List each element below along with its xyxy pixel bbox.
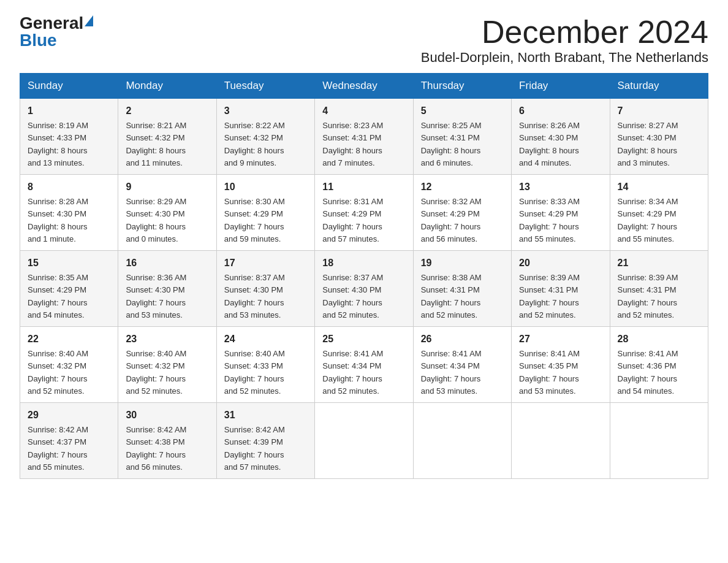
day-number: 18 xyxy=(322,256,405,270)
day-header-tuesday: Tuesday xyxy=(216,74,314,99)
logo: General Blue xyxy=(20,15,93,49)
day-number: 4 xyxy=(322,104,405,118)
day-info: Sunrise: 8:41 AM Sunset: 4:35 PM Dayligh… xyxy=(519,349,580,396)
week-row-4: 22Sunrise: 8:40 AM Sunset: 4:32 PM Dayli… xyxy=(20,327,708,403)
day-cell: 25Sunrise: 8:41 AM Sunset: 4:34 PM Dayli… xyxy=(315,327,413,403)
day-cell: 21Sunrise: 8:39 AM Sunset: 4:31 PM Dayli… xyxy=(610,251,708,327)
day-number: 25 xyxy=(322,332,405,347)
location-title: Budel-Dorplein, North Brabant, The Nethe… xyxy=(421,50,708,66)
day-number: 19 xyxy=(421,256,504,270)
day-number: 5 xyxy=(421,104,504,118)
day-cell xyxy=(512,403,610,479)
day-number: 11 xyxy=(322,180,405,194)
day-number: 29 xyxy=(28,408,110,423)
week-row-2: 8Sunrise: 8:28 AM Sunset: 4:30 PM Daylig… xyxy=(20,175,708,251)
day-header-monday: Monday xyxy=(118,74,216,99)
day-cell: 11Sunrise: 8:31 AM Sunset: 4:29 PM Dayli… xyxy=(315,175,413,251)
day-info: Sunrise: 8:40 AM Sunset: 4:32 PM Dayligh… xyxy=(126,349,186,396)
day-cell: 19Sunrise: 8:38 AM Sunset: 4:31 PM Dayli… xyxy=(413,251,511,327)
day-cell xyxy=(610,403,708,479)
day-info: Sunrise: 8:22 AM Sunset: 4:32 PM Dayligh… xyxy=(224,121,285,167)
day-info: Sunrise: 8:29 AM Sunset: 4:30 PM Dayligh… xyxy=(126,197,186,243)
day-number: 10 xyxy=(224,180,307,194)
day-cell: 4Sunrise: 8:23 AM Sunset: 4:31 PM Daylig… xyxy=(315,99,413,175)
day-cell: 24Sunrise: 8:40 AM Sunset: 4:33 PM Dayli… xyxy=(216,327,314,403)
day-cell: 27Sunrise: 8:41 AM Sunset: 4:35 PM Dayli… xyxy=(512,327,610,403)
title-area: December 2024 Budel-Dorplein, North Brab… xyxy=(421,15,708,66)
day-number: 30 xyxy=(126,408,208,423)
day-number: 17 xyxy=(224,256,307,270)
day-number: 22 xyxy=(28,332,110,347)
day-info: Sunrise: 8:42 AM Sunset: 4:37 PM Dayligh… xyxy=(28,425,88,472)
day-cell: 28Sunrise: 8:41 AM Sunset: 4:36 PM Dayli… xyxy=(610,327,708,403)
week-row-5: 29Sunrise: 8:42 AM Sunset: 4:37 PM Dayli… xyxy=(20,403,708,479)
day-info: Sunrise: 8:41 AM Sunset: 4:36 PM Dayligh… xyxy=(618,349,678,396)
day-info: Sunrise: 8:42 AM Sunset: 4:39 PM Dayligh… xyxy=(224,425,285,472)
day-number: 3 xyxy=(224,104,307,118)
day-info: Sunrise: 8:33 AM Sunset: 4:29 PM Dayligh… xyxy=(519,197,580,243)
day-info: Sunrise: 8:23 AM Sunset: 4:31 PM Dayligh… xyxy=(322,121,383,167)
day-info: Sunrise: 8:41 AM Sunset: 4:34 PM Dayligh… xyxy=(322,349,383,396)
day-header-wednesday: Wednesday xyxy=(315,74,413,99)
day-info: Sunrise: 8:36 AM Sunset: 4:30 PM Dayligh… xyxy=(126,273,186,320)
day-info: Sunrise: 8:37 AM Sunset: 4:30 PM Dayligh… xyxy=(224,273,285,320)
day-cell: 10Sunrise: 8:30 AM Sunset: 4:29 PM Dayli… xyxy=(216,175,314,251)
day-info: Sunrise: 8:40 AM Sunset: 4:32 PM Dayligh… xyxy=(28,349,88,396)
day-info: Sunrise: 8:30 AM Sunset: 4:29 PM Dayligh… xyxy=(224,197,285,243)
day-cell: 9Sunrise: 8:29 AM Sunset: 4:30 PM Daylig… xyxy=(118,175,216,251)
day-info: Sunrise: 8:38 AM Sunset: 4:31 PM Dayligh… xyxy=(421,273,482,320)
day-info: Sunrise: 8:32 AM Sunset: 4:29 PM Dayligh… xyxy=(421,197,482,243)
day-info: Sunrise: 8:42 AM Sunset: 4:38 PM Dayligh… xyxy=(126,425,186,472)
day-info: Sunrise: 8:19 AM Sunset: 4:33 PM Dayligh… xyxy=(28,121,88,167)
day-number: 12 xyxy=(421,180,504,194)
day-cell: 1Sunrise: 8:19 AM Sunset: 4:33 PM Daylig… xyxy=(20,99,118,175)
day-info: Sunrise: 8:26 AM Sunset: 4:30 PM Dayligh… xyxy=(519,121,580,167)
day-cell: 22Sunrise: 8:40 AM Sunset: 4:32 PM Dayli… xyxy=(20,327,118,403)
day-headers-row: SundayMondayTuesdayWednesdayThursdayFrid… xyxy=(20,74,708,99)
day-number: 6 xyxy=(519,104,602,118)
day-cell: 8Sunrise: 8:28 AM Sunset: 4:30 PM Daylig… xyxy=(20,175,118,251)
day-cell: 3Sunrise: 8:22 AM Sunset: 4:32 PM Daylig… xyxy=(216,99,314,175)
day-cell: 17Sunrise: 8:37 AM Sunset: 4:30 PM Dayli… xyxy=(216,251,314,327)
day-number: 2 xyxy=(126,104,208,118)
day-cell: 15Sunrise: 8:35 AM Sunset: 4:29 PM Dayli… xyxy=(20,251,118,327)
day-cell: 5Sunrise: 8:25 AM Sunset: 4:31 PM Daylig… xyxy=(413,99,511,175)
day-cell xyxy=(315,403,413,479)
day-info: Sunrise: 8:27 AM Sunset: 4:30 PM Dayligh… xyxy=(618,121,678,167)
day-number: 7 xyxy=(618,104,700,118)
calendar-table: SundayMondayTuesdayWednesdayThursdayFrid… xyxy=(20,73,708,479)
day-cell: 13Sunrise: 8:33 AM Sunset: 4:29 PM Dayli… xyxy=(512,175,610,251)
day-cell: 30Sunrise: 8:42 AM Sunset: 4:38 PM Dayli… xyxy=(118,403,216,479)
day-number: 16 xyxy=(126,256,208,270)
day-info: Sunrise: 8:21 AM Sunset: 4:32 PM Dayligh… xyxy=(126,121,186,167)
day-number: 23 xyxy=(126,332,208,347)
logo-general-text: General xyxy=(20,15,83,32)
day-cell: 26Sunrise: 8:41 AM Sunset: 4:34 PM Dayli… xyxy=(413,327,511,403)
day-cell: 6Sunrise: 8:26 AM Sunset: 4:30 PM Daylig… xyxy=(512,99,610,175)
day-cell: 16Sunrise: 8:36 AM Sunset: 4:30 PM Dayli… xyxy=(118,251,216,327)
day-number: 26 xyxy=(421,332,504,347)
day-cell: 2Sunrise: 8:21 AM Sunset: 4:32 PM Daylig… xyxy=(118,99,216,175)
day-number: 9 xyxy=(126,180,208,194)
day-cell: 7Sunrise: 8:27 AM Sunset: 4:30 PM Daylig… xyxy=(610,99,708,175)
day-cell: 18Sunrise: 8:37 AM Sunset: 4:30 PM Dayli… xyxy=(315,251,413,327)
day-info: Sunrise: 8:31 AM Sunset: 4:29 PM Dayligh… xyxy=(322,197,383,243)
day-header-sunday: Sunday xyxy=(20,74,118,99)
day-info: Sunrise: 8:28 AM Sunset: 4:30 PM Dayligh… xyxy=(28,197,88,243)
day-cell: 29Sunrise: 8:42 AM Sunset: 4:37 PM Dayli… xyxy=(20,403,118,479)
day-info: Sunrise: 8:35 AM Sunset: 4:29 PM Dayligh… xyxy=(28,273,88,320)
day-header-friday: Friday xyxy=(512,74,610,99)
day-cell xyxy=(413,403,511,479)
day-header-thursday: Thursday xyxy=(413,74,511,99)
day-info: Sunrise: 8:40 AM Sunset: 4:33 PM Dayligh… xyxy=(224,349,285,396)
day-number: 21 xyxy=(618,256,700,270)
day-number: 28 xyxy=(618,332,700,347)
day-header-saturday: Saturday xyxy=(610,74,708,99)
day-info: Sunrise: 8:39 AM Sunset: 4:31 PM Dayligh… xyxy=(618,273,678,320)
day-info: Sunrise: 8:37 AM Sunset: 4:30 PM Dayligh… xyxy=(322,273,383,320)
day-info: Sunrise: 8:34 AM Sunset: 4:29 PM Dayligh… xyxy=(618,197,678,243)
month-title: December 2024 xyxy=(421,15,708,50)
day-info: Sunrise: 8:25 AM Sunset: 4:31 PM Dayligh… xyxy=(421,121,482,167)
day-cell: 12Sunrise: 8:32 AM Sunset: 4:29 PM Dayli… xyxy=(413,175,511,251)
day-number: 20 xyxy=(519,256,602,270)
